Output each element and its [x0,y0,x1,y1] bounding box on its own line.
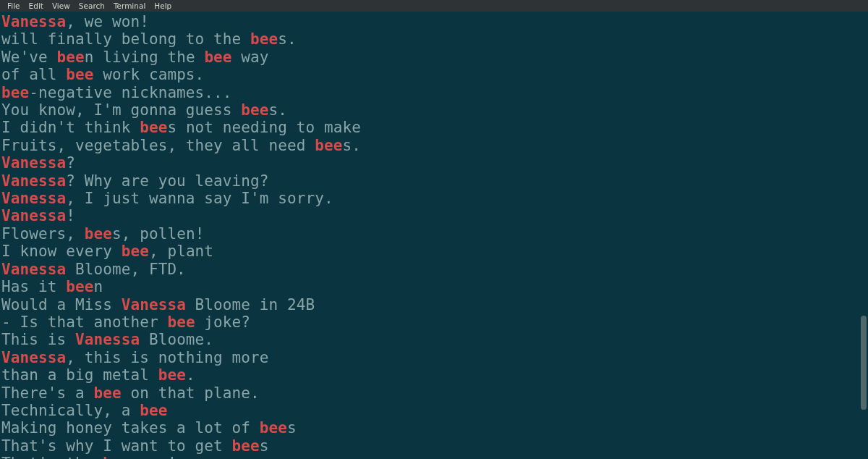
terminal-line: Vanessa, this is nothing more [1,349,867,366]
highlight-match: Vanessa [1,261,66,278]
highlight-match: bee [204,49,231,66]
terminal-line: This is Vanessa Bloome. [1,331,867,348]
terminal-line: Technically, a bee [1,402,867,419]
highlight-match: Vanessa [1,13,66,30]
terminal-line: We've been living the bee way [1,49,867,66]
terminal-line: There's a bee on that plane. [1,384,867,402]
terminal-line: That's why I want to get bees [1,437,867,455]
menu-file[interactable]: File [3,1,25,10]
highlight-match: bee [260,419,287,437]
highlight-match: bee [250,30,278,48]
menu-terminal[interactable]: Terminal [109,1,150,10]
terminal-line: than a big metal bee. [1,366,867,384]
highlight-match: bee [93,384,121,402]
highlight-match: Vanessa [1,172,66,190]
highlight-match: Vanessa [1,190,66,207]
terminal-line: Would a Miss Vanessa Bloome in 24B [1,296,867,313]
terminal-line: Flowers, bees, pollen! [1,225,867,243]
highlight-match: Vanessa [1,207,66,224]
highlight-match: bee [158,366,186,384]
terminal-line: Vanessa? [1,154,867,172]
menubar: File Edit View Search Terminal Help [0,0,868,12]
menu-help[interactable]: Help [150,1,176,10]
highlight-match: Vanessa [75,331,140,348]
menu-edit[interactable]: Edit [25,1,48,10]
scrollbar-thumb[interactable] [861,316,867,410]
highlight-match: bee [315,137,342,154]
terminal-line: Vanessa! [1,207,867,224]
terminal-line: Fruits, vegetables, they all need bees. [1,137,867,154]
highlight-match: bee [1,84,29,101]
terminal-line: Vanessa, we won! [1,13,867,30]
terminal-line: I didn't think bees not needing to make [1,119,867,136]
terminal-output: Vanessa, we won!will finally belong to t… [1,13,867,459]
highlight-match: bee [241,101,268,119]
terminal-line: You know, I'm gonna guess bees. [1,101,867,119]
highlight-match: bee [85,225,112,243]
terminal-line: will finally belong to the bees. [1,30,867,48]
highlight-match: bee [66,66,93,83]
menu-view[interactable]: View [48,1,75,10]
terminal-line: That's the bee way! [1,455,867,459]
highlight-match: bee [232,437,260,455]
highlight-match: bee [122,243,149,260]
highlight-match: bee [66,278,93,295]
terminal-area[interactable]: Vanessa, we won!will finally belong to t… [0,12,868,459]
highlight-match: Vanessa [1,154,66,172]
highlight-match: bee [140,402,167,419]
highlight-match: bee [56,49,84,66]
highlight-match: bee [167,313,195,331]
highlight-match: Vanessa [122,296,186,313]
terminal-line: Vanessa Bloome, FTD. [1,261,867,278]
terminal-line: Has it been [1,278,867,295]
terminal-line: Vanessa, I just wanna say I'm sorry. [1,190,867,207]
highlight-match: bee [140,119,167,136]
terminal-line: Making honey takes a lot of bees [1,419,867,437]
terminal-line: Vanessa? Why are you leaving? [1,172,867,190]
terminal-line: of all bee work camps. [1,66,867,83]
terminal-line: - Is that another bee joke? [1,313,867,331]
highlight-match: Vanessa [1,349,66,366]
highlight-match: bee [103,455,130,459]
terminal-line: I know every bee, plant [1,243,867,260]
terminal-line: bee-negative nicknames... [1,84,867,101]
menu-search[interactable]: Search [75,1,109,10]
